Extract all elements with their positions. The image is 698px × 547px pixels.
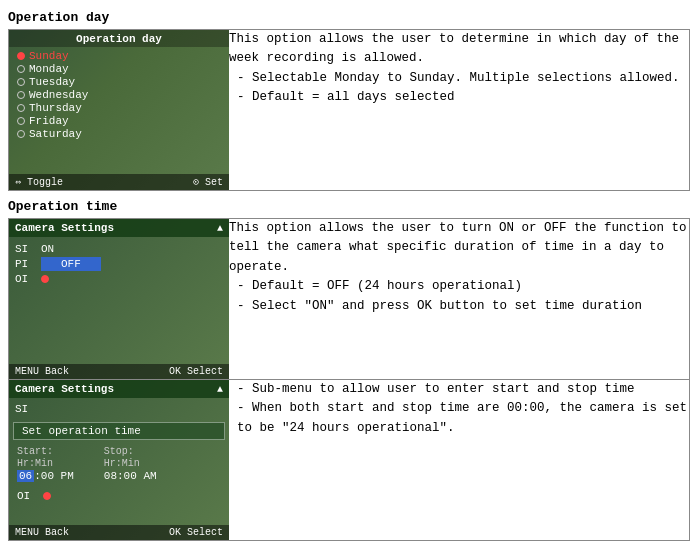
stop-label: Stop: xyxy=(104,446,157,457)
thursday-label: Thursday xyxy=(29,102,82,114)
cam-row-pi: PI OFF xyxy=(15,257,223,271)
cam-footer-left-1: MENU Back xyxy=(15,366,69,377)
cam-rows-1: SI ON PI OFF OI xyxy=(9,237,229,291)
optime-screen1-cell: Camera Settings ▲ SI ON PI OFF xyxy=(9,219,229,380)
sub-header-title-2: Camera Settings xyxy=(15,383,114,395)
cam-row-si-value: ON xyxy=(41,243,54,255)
optime-screen2: Camera Settings ▲ SI Set operation time … xyxy=(9,380,229,540)
optime-desc1-1: tell the camera what specific duration o… xyxy=(229,238,689,257)
operation-day-screen-cell: Operation day Sunday Monday Tuesday xyxy=(9,30,229,191)
optime-desc1-3: - Default = OFF (24 hours operational) xyxy=(229,277,689,296)
sub-header-arrow-2: ▲ xyxy=(217,384,223,395)
sub-header-2: Camera Settings ▲ xyxy=(9,380,229,398)
opday-desc-1: week recording is allowed. xyxy=(229,49,689,68)
stop-value: 08:00 AM xyxy=(104,470,157,482)
opday-desc-0: This option allows the user to determine… xyxy=(229,30,689,49)
tuesday-label: Tuesday xyxy=(29,76,75,88)
operation-day-table: Operation day Sunday Monday Tuesday xyxy=(8,29,690,191)
monday-label: Monday xyxy=(29,63,69,75)
sub-oi-indicator xyxy=(43,492,51,500)
sub-si-label: SI xyxy=(15,403,35,415)
sub-footer-2: MENU Back OK Select xyxy=(9,525,229,540)
optime-desc1: This option allows the user to turn ON o… xyxy=(229,219,690,380)
opday-monday: Monday xyxy=(17,63,221,75)
section-title-operation-time: Operation time xyxy=(8,199,690,214)
sub-time-header: Start: Hr:Min 06:00 PM Stop: Hr:Min 08:0… xyxy=(17,446,221,482)
optime-screen2-cell: Camera Settings ▲ SI Set operation time … xyxy=(9,380,229,541)
sub-footer-left-2: MENU Back xyxy=(15,527,69,538)
start-label: Start: xyxy=(17,446,74,457)
section-operation-day: Operation day Operation day Sunday Monda… xyxy=(8,10,690,191)
opday-desc-3: - Default = all days selected xyxy=(229,88,689,107)
sub-footer-right-2: OK Select xyxy=(169,527,223,538)
sub-rows-2: SI xyxy=(9,398,229,420)
opday-wednesday: Wednesday xyxy=(17,89,221,101)
optime-desc2-0: - Sub-menu to allow user to enter start … xyxy=(229,380,689,399)
start-sublabel: Hr:Min xyxy=(17,458,74,469)
sub-time-labels-row: Start: Hr:Min 06:00 PM Stop: Hr:Min 08:0… xyxy=(9,442,229,486)
tuesday-radio xyxy=(17,78,25,86)
opday-tuesday: Tuesday xyxy=(17,76,221,88)
sunday-radio xyxy=(17,52,25,60)
section-operation-time: Operation time Camera Settings ▲ SI ON xyxy=(8,199,690,541)
friday-label: Friday xyxy=(29,115,69,127)
opday-saturday: Saturday xyxy=(17,128,221,140)
monday-radio xyxy=(17,65,25,73)
cam-row-oi-label-1: OI xyxy=(15,273,35,285)
wednesday-radio xyxy=(17,91,25,99)
friday-radio xyxy=(17,117,25,125)
opday-desc-2: - Selectable Monday to Sunday. Multiple … xyxy=(229,69,689,88)
cam-row-pi-value: OFF xyxy=(41,257,101,271)
opday-footer: ⇔ Toggle ⊙ Set xyxy=(9,174,229,190)
cam-header-arrow-1: ▲ xyxy=(217,223,223,234)
section-title-operation-day: Operation day xyxy=(8,10,690,25)
saturday-label: Saturday xyxy=(29,128,82,140)
optime-desc2-1: - When both start and stop time are 00:0… xyxy=(229,399,689,418)
sub-menu-title: Set operation time xyxy=(13,422,225,440)
cam-header-1: Camera Settings ▲ xyxy=(9,219,229,237)
opday-thursday: Thursday xyxy=(17,102,221,114)
optime-desc2-2: to be "24 hours operational". xyxy=(229,419,689,438)
optime-desc1-2: operate. xyxy=(229,258,689,277)
cam-footer-1: MENU Back OK Select xyxy=(9,364,229,379)
cam-row-pi-label: PI xyxy=(15,258,35,270)
optime-desc2: - Sub-menu to allow user to enter start … xyxy=(229,380,690,541)
sub-row-si-2: SI xyxy=(15,403,223,415)
stop-sublabel: Hr:Min xyxy=(104,458,157,469)
opday-friday: Friday xyxy=(17,115,221,127)
start-value-highlight: 06 xyxy=(17,470,34,482)
sub-oi-row: OI xyxy=(9,488,229,504)
sub-start-col: Start: Hr:Min 06:00 PM xyxy=(17,446,74,482)
saturday-radio xyxy=(17,130,25,138)
operation-day-screen: Operation day Sunday Monday Tuesday xyxy=(9,30,229,190)
opday-footer-right: ⊙ Set xyxy=(193,176,223,188)
start-value: 06:00 PM xyxy=(17,470,74,482)
opday-day-list: Sunday Monday Tuesday Wednesday xyxy=(9,47,229,143)
cam-row-oi-1: OI xyxy=(15,273,223,285)
cam-row-si-label: SI xyxy=(15,243,35,255)
optime-screen1: Camera Settings ▲ SI ON PI OFF xyxy=(9,219,229,379)
start-value-rest: :00 PM xyxy=(34,470,74,482)
cam-header-title-1: Camera Settings xyxy=(15,222,114,234)
opday-screen-title: Operation day xyxy=(9,30,229,47)
wednesday-label: Wednesday xyxy=(29,89,88,101)
opday-footer-left: ⇔ Toggle xyxy=(15,176,63,188)
optime-desc1-4: - Select "ON" and press OK button to set… xyxy=(229,297,689,316)
sub-oi-label: OI xyxy=(17,490,37,502)
cam-row-si: SI ON xyxy=(15,243,223,255)
operation-time-table: Camera Settings ▲ SI ON PI OFF xyxy=(8,218,690,541)
sunday-label: Sunday xyxy=(29,50,69,62)
cam-footer-right-1: OK Select xyxy=(169,366,223,377)
sub-stop-col: Stop: Hr:Min 08:00 AM xyxy=(104,446,157,482)
optime-desc1-0: This option allows the user to turn ON o… xyxy=(229,219,689,238)
cam-row-oi-indicator-1 xyxy=(41,275,49,283)
operation-day-description: This option allows the user to determine… xyxy=(229,30,690,191)
opday-sunday: Sunday xyxy=(17,50,221,62)
thursday-radio xyxy=(17,104,25,112)
